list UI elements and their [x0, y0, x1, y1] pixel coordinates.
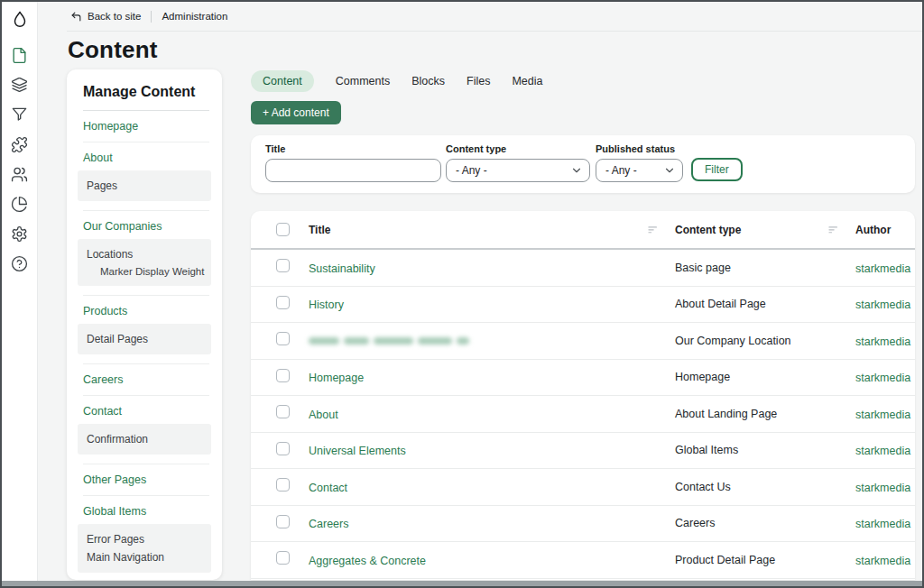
tab-content[interactable]: Content	[251, 70, 314, 92]
author-link[interactable]: starkmedia	[855, 409, 910, 421]
sidebar-item-content[interactable]	[2, 41, 38, 70]
content-type-cell: Global Items	[675, 444, 855, 456]
menu-link[interactable]: Our Companies	[83, 213, 209, 239]
page-title: Content	[68, 36, 158, 64]
table-row: Aggregates & ConcreteProduct Detail Page…	[251, 542, 915, 579]
sort-icon[interactable]	[647, 224, 659, 235]
reports-icon	[11, 196, 28, 213]
author-link[interactable]: starkmedia	[855, 518, 910, 530]
sidebar-item-extend[interactable]	[2, 130, 38, 160]
published-status-select-value: - Any -	[605, 164, 637, 177]
content-table: Title Content type Author Sustainability…	[251, 211, 915, 580]
content-type-select[interactable]: - Any -	[446, 159, 590, 182]
menu-link[interactable]: Homepage	[83, 113, 209, 139]
menu-child-link[interactable]: Detail Pages	[87, 330, 206, 348]
row-checkbox[interactable]	[276, 296, 290, 309]
content-title-link[interactable]: Aggregates & Concrete	[309, 555, 426, 567]
column-header-content-type: Content type	[675, 224, 741, 236]
menu-child-link[interactable]: Error Pages	[87, 530, 206, 548]
content-title-link[interactable]: History	[309, 299, 344, 311]
column-header-title: Title	[309, 224, 330, 236]
row-checkbox[interactable]	[276, 369, 290, 382]
redacted-title[interactable]	[309, 337, 675, 345]
content-title-link[interactable]: Universal Elements	[309, 445, 406, 457]
menu-link[interactable]: Careers	[83, 366, 209, 392]
breadcrumb: Back to site Administration	[38, 2, 922, 31]
people-icon	[11, 166, 28, 183]
column-header-author: Author	[855, 224, 891, 236]
content-title-link[interactable]: Sustainability	[309, 262, 375, 275]
author-link[interactable]: starkmedia	[855, 445, 910, 457]
tab-blocks[interactable]: Blocks	[411, 75, 445, 87]
menu-group: Careers	[83, 364, 209, 396]
content-title-link[interactable]: About	[309, 409, 338, 421]
content-type-cell: About Landing Page	[675, 408, 855, 420]
filter-submit-button[interactable]: Filter	[691, 158, 743, 181]
menu-group: Our CompaniesLocationsMarker Display Wei…	[83, 211, 209, 296]
table-row: SustainabilityBasic pagestarkmedia	[251, 250, 915, 287]
author-link[interactable]: starkmedia	[855, 555, 910, 567]
row-checkbox[interactable]	[276, 478, 290, 492]
menu-group: Global ItemsError PagesMain Navigation	[83, 496, 209, 580]
menu-child-box: LocationsMarker Display Weight	[78, 239, 211, 286]
administration-link[interactable]: Administration	[162, 11, 227, 22]
row-checkbox[interactable]	[276, 551, 290, 565]
menu-child-link[interactable]: Confirmation	[87, 430, 206, 448]
sidebar-item-appearance[interactable]	[2, 100, 38, 130]
published-status-select[interactable]: - Any -	[596, 159, 683, 182]
author-link[interactable]: starkmedia	[855, 299, 910, 311]
row-checkbox[interactable]	[276, 515, 290, 528]
content-tabs: ContentCommentsBlocksFilesMedia	[251, 69, 543, 93]
sidebar-item-help[interactable]	[2, 249, 38, 279]
menu-link[interactable]: Global Items	[83, 498, 209, 524]
content-title-link[interactable]: Careers	[309, 518, 348, 530]
menu-child-box: Error PagesMain Navigation	[78, 524, 211, 573]
author-link[interactable]: starkmedia	[855, 482, 910, 494]
drupal-logo[interactable]	[10, 10, 30, 30]
published-status-filter-label: Published status	[596, 143, 683, 154]
menu-child-link[interactable]: Locations	[87, 245, 206, 263]
structure-icon	[11, 77, 28, 94]
sidebar-item-structure[interactable]	[2, 70, 38, 100]
tab-media[interactable]: Media	[512, 75, 542, 87]
menu-link[interactable]: Other Pages	[83, 466, 209, 492]
sidebar-item-people[interactable]	[2, 160, 38, 189]
manage-content-card: Manage Content HomepageAboutPagesOur Com…	[67, 69, 222, 580]
content-type-cell: About Detail Page	[675, 298, 855, 310]
menu-child-link[interactable]: Pages	[87, 177, 206, 195]
add-content-button[interactable]: + Add content	[251, 101, 341, 124]
content-title-link[interactable]: Contact	[309, 482, 347, 494]
back-to-site-link[interactable]: Back to site	[70, 11, 141, 23]
row-checkbox[interactable]	[276, 442, 290, 455]
select-all-checkbox[interactable]	[276, 223, 290, 236]
content-title-link[interactable]: Homepage	[309, 372, 364, 384]
content-type-cell: Homepage	[675, 371, 855, 383]
table-row: CareersCareersstarkmedia	[251, 506, 915, 543]
admin-toolbar	[2, 2, 38, 581]
row-checkbox[interactable]	[276, 259, 290, 272]
author-link[interactable]: starkmedia	[855, 335, 910, 348]
content-icon	[11, 47, 28, 64]
manage-content-title: Manage Content	[83, 84, 209, 111]
menu-group: Homepage	[83, 111, 209, 142]
menu-child-link[interactable]: Marker Display Weight	[87, 263, 206, 280]
menu-link[interactable]: Contact	[83, 398, 209, 424]
tab-comments[interactable]: Comments	[336, 75, 390, 87]
menu-child-link[interactable]: Main Navigation	[87, 548, 206, 566]
tab-files[interactable]: Files	[467, 75, 490, 87]
table-row: Our Company Locationstarkmedia	[251, 323, 915, 360]
author-link[interactable]: starkmedia	[855, 372, 910, 384]
sort-icon[interactable]	[827, 224, 839, 235]
row-checkbox[interactable]	[276, 405, 290, 418]
menu-link[interactable]: About	[83, 144, 209, 170]
author-link[interactable]: starkmedia	[855, 262, 910, 275]
sidebar-item-configuration[interactable]	[2, 219, 38, 249]
sidebar-item-reports[interactable]	[2, 189, 38, 219]
title-filter-input[interactable]	[265, 159, 441, 182]
row-checkbox[interactable]	[276, 332, 290, 345]
menu-link[interactable]: Products	[83, 298, 209, 324]
content-type-cell: Product Detail Page	[675, 554, 855, 566]
horizontal-scrollbar[interactable]	[2, 581, 922, 586]
content-type-select-value: - Any -	[456, 164, 487, 177]
appearance-icon	[11, 106, 28, 124]
